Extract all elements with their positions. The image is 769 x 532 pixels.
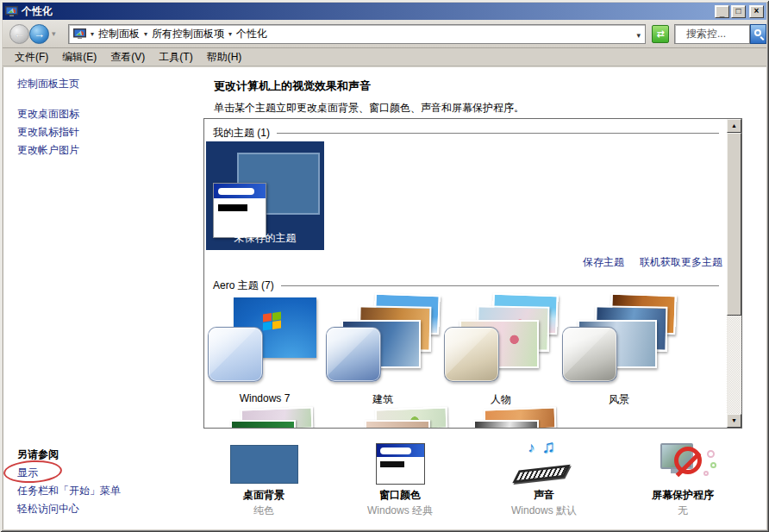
chevron-down-icon[interactable]: ▾ bbox=[228, 30, 232, 38]
bubble-icon bbox=[710, 462, 716, 468]
page-title: 更改计算机上的视觉效果和声音 bbox=[214, 78, 371, 94]
breadcrumb-control-panel[interactable]: 控制面板 bbox=[98, 27, 140, 41]
chevron-down-icon[interactable]: ▾ bbox=[144, 30, 147, 38]
screensaver-value: 无 bbox=[622, 504, 743, 518]
window-color-value: Windows 经典 bbox=[340, 504, 460, 518]
page-subtitle: 单击某个主题立即更改桌面背景、窗口颜色、声音和屏幕保护程序。 bbox=[214, 101, 524, 116]
bubble-icon bbox=[707, 450, 715, 458]
theme-label: 未保存的主题 bbox=[206, 231, 324, 246]
glass-tile-icon bbox=[208, 327, 263, 382]
get-more-themes-link[interactable]: 联机获取更多主题 bbox=[640, 255, 722, 270]
recent-pages-dropdown-icon[interactable]: ▾ bbox=[52, 29, 56, 38]
theme-thumbnail-partial[interactable] bbox=[365, 406, 451, 429]
sounds-icon[interactable]: ♪ ♫ bbox=[516, 441, 576, 486]
breadcrumb-all-items[interactable]: 所有控制面板项 bbox=[152, 27, 224, 41]
address-toolbar: ← → ▾ ▾ 控制面板 ▾ 所有控制面板项 ▾ 个性化 ▾ ⇄ 搜 bbox=[3, 20, 766, 48]
theme-label: 建筑 bbox=[326, 392, 440, 407]
music-note-icon: ♪ bbox=[528, 440, 535, 455]
theme-thumbnail bbox=[326, 294, 440, 387]
minimize-button[interactable]: _ bbox=[715, 5, 729, 18]
personalization-window: 个性化 _ □ × ← → ▾ ▾ 控制面板 ▾ bbox=[0, 0, 769, 532]
music-note-icon: ♫ bbox=[541, 436, 555, 457]
sounds-label[interactable]: 声音 bbox=[484, 488, 604, 503]
see-also-taskbar-link[interactable]: 任务栏和「开始」菜单 bbox=[17, 484, 121, 498]
theme-thumbnail bbox=[444, 294, 558, 387]
windows-logo-icon bbox=[263, 312, 281, 331]
search-icon bbox=[754, 29, 761, 36]
search-input[interactable]: 搜索控... bbox=[674, 24, 750, 44]
menu-edit[interactable]: 编辑(E) bbox=[59, 48, 107, 66]
menu-tools[interactable]: 工具(T) bbox=[155, 48, 203, 66]
theme-landscapes[interactable]: 风景 bbox=[562, 294, 676, 407]
my-themes-header: 我的主题 (1) bbox=[213, 126, 719, 141]
menu-help[interactable]: 帮助(H) bbox=[203, 48, 253, 66]
refresh-button[interactable]: ⇄ bbox=[652, 25, 669, 43]
close-button[interactable]: × bbox=[749, 5, 764, 18]
desktop-background-label[interactable]: 桌面背景 bbox=[203, 488, 324, 503]
sidebar-item-control-panel-home[interactable]: 控制面板主页 bbox=[17, 77, 79, 91]
glass-tile-icon bbox=[444, 327, 499, 382]
sidebar-item-change-mouse-pointers[interactable]: 更改鼠标指针 bbox=[17, 125, 79, 140]
desktop-background-value: 纯色 bbox=[203, 504, 324, 518]
personalization-icon bbox=[5, 6, 18, 17]
menu-bar: 文件(F) 编辑(E) 查看(V) 工具(T) 帮助(H) bbox=[3, 49, 766, 66]
theme-thumbnail-partial[interactable] bbox=[473, 406, 560, 429]
breadcrumb-personalization[interactable]: 个性化 bbox=[236, 27, 267, 41]
scrollbar-thumb[interactable] bbox=[727, 133, 741, 316]
address-dropdown-icon[interactable]: ▾ bbox=[636, 31, 641, 40]
menu-view[interactable]: 查看(V) bbox=[107, 48, 155, 66]
theme-label: 人物 bbox=[444, 392, 558, 407]
save-theme-link[interactable]: 保存主题 bbox=[583, 255, 624, 270]
sidebar-item-change-account-picture[interactable]: 更改帐户图片 bbox=[17, 143, 79, 158]
search-button[interactable] bbox=[750, 24, 766, 44]
themes-scrollbar[interactable]: ▲ ▼ bbox=[727, 119, 741, 428]
theme-thumbnail bbox=[562, 294, 676, 387]
theme-thumbnail bbox=[208, 294, 322, 387]
menu-file[interactable]: 文件(F) bbox=[11, 48, 59, 66]
personalization-icon bbox=[73, 28, 86, 40]
window-title: 个性化 bbox=[22, 4, 715, 19]
theme-architecture[interactable]: 建筑 bbox=[326, 294, 440, 407]
address-bar[interactable]: ▾ 控制面板 ▾ 所有控制面板项 ▾ 个性化 ▾ bbox=[68, 24, 646, 44]
theme-characters[interactable]: 人物 bbox=[444, 294, 558, 407]
desktop-background-thumbnail[interactable] bbox=[230, 445, 298, 484]
screensaver-label[interactable]: 屏幕保护程序 bbox=[622, 488, 743, 503]
chevron-down-icon[interactable]: ▾ bbox=[91, 30, 94, 38]
forward-button[interactable]: → bbox=[29, 24, 49, 44]
theme-thumbnail-partial[interactable] bbox=[230, 406, 316, 429]
screensaver-icon[interactable] bbox=[659, 440, 721, 488]
window-color-thumbnail[interactable] bbox=[376, 443, 425, 485]
theme-label: 风景 bbox=[562, 392, 676, 407]
prohibition-icon bbox=[674, 447, 702, 474]
bubble-icon bbox=[703, 471, 709, 476]
glass-tile-icon bbox=[326, 327, 381, 382]
window-color-label[interactable]: 窗口颜色 bbox=[340, 488, 460, 503]
scroll-up-icon[interactable]: ▲ bbox=[727, 119, 741, 133]
scroll-down-icon[interactable]: ▼ bbox=[727, 414, 741, 428]
theme-label: Windows 7 bbox=[208, 392, 322, 404]
theme-list: 我的主题 (1) 未保存的主题 保存主题 联机获取更多主题 Aero 主题 (7… bbox=[203, 118, 742, 429]
keyboard-icon bbox=[512, 465, 570, 484]
window-preview bbox=[213, 183, 266, 238]
sounds-value: Windows 默认 bbox=[484, 504, 604, 518]
sidebar-item-change-desktop-icons[interactable]: 更改桌面图标 bbox=[17, 107, 79, 122]
aero-themes-header: Aero 主题 (7) bbox=[213, 279, 719, 293]
glass-tile-icon bbox=[562, 327, 617, 382]
back-button[interactable]: ← bbox=[9, 24, 29, 44]
theme-unsaved-selected[interactable]: 未保存的主题 bbox=[206, 141, 324, 250]
maximize-button[interactable]: □ bbox=[731, 5, 746, 18]
divider bbox=[281, 285, 719, 286]
divider bbox=[277, 133, 719, 134]
title-bar: 个性化 _ □ × bbox=[3, 3, 766, 20]
theme-windows7[interactable]: Windows 7 bbox=[208, 294, 322, 404]
see-also-ease-of-access-link[interactable]: 轻松访问中心 bbox=[17, 502, 79, 516]
